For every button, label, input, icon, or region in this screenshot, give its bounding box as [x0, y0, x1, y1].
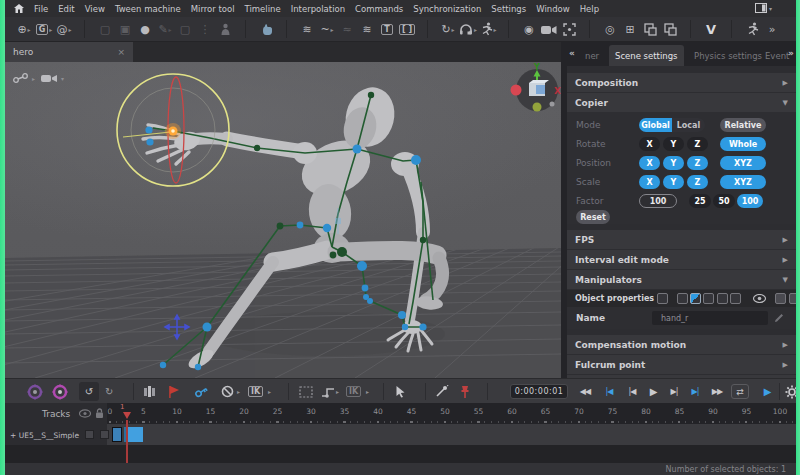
rotate-x-button[interactable]: X [639, 137, 660, 151]
hand-icon[interactable] [257, 19, 275, 39]
next-key-button[interactable]: ▶| [685, 383, 705, 399]
fast-forward-button[interactable]: ▶▶ [707, 383, 727, 399]
rotate-z-button[interactable]: Z [687, 137, 708, 151]
loop-playback-button[interactable]: ⇄ [731, 384, 749, 399]
chevron-right-icon[interactable]: ▸ [236, 382, 240, 401]
runner-icon[interactable]: ▸ [479, 19, 497, 39]
brackets-icon[interactable]: [ ] [398, 19, 416, 39]
dots-tool-icon[interactable]: ⋮ [196, 19, 214, 39]
section-compensation-motion[interactable]: Compensation motion▶ [561, 335, 796, 354]
name-input[interactable]: hand_r [652, 311, 768, 325]
key-icon[interactable] [194, 382, 209, 401]
objprop-icon-7[interactable] [775, 293, 786, 304]
tool-a-icon[interactable]: ▢ [96, 19, 114, 39]
tool-b-icon[interactable]: ▣ [116, 19, 134, 39]
timeline-empty-area[interactable] [5, 445, 796, 463]
close-icon[interactable]: × [117, 47, 125, 57]
wave-dim-icon[interactable]: ≈ [338, 19, 356, 39]
rig-tool-button[interactable]: ▸ [13, 72, 35, 84]
home-icon[interactable] [14, 4, 24, 13]
prev-frame-button[interactable]: |◀ [622, 383, 642, 399]
chevron-right-icon[interactable]: ▸ [335, 382, 339, 401]
pin-tool-icon[interactable] [435, 382, 449, 401]
person-icon[interactable] [216, 19, 234, 39]
objprop-icon-3-active[interactable] [690, 293, 701, 304]
window-layout-icon[interactable]: ▾ [755, 3, 772, 13]
grid-box-icon[interactable]: ⊞ [621, 19, 639, 39]
section-manipulators[interactable]: Manipulators▼ [561, 270, 796, 289]
menu-item-interpolation[interactable]: Interpolation [291, 4, 345, 14]
overflow-icon[interactable]: » [763, 19, 781, 39]
menu-item-synchronization[interactable]: Synchronization [413, 4, 481, 14]
tween-machine-icon[interactable]: ≋ [298, 19, 316, 39]
ik-mode-button[interactable]: IK [248, 382, 263, 401]
eye-icon[interactable] [79, 409, 91, 418]
text-tool-icon[interactable]: T [378, 19, 396, 39]
copy-a-icon[interactable] [641, 19, 659, 39]
rotate-y-button[interactable]: Y [663, 137, 684, 151]
menu-item-help[interactable]: Help [580, 4, 599, 14]
flag-icon[interactable] [168, 382, 180, 401]
menu-item-settings[interactable]: Settings [491, 4, 526, 14]
objprop-icon-8[interactable] [789, 293, 796, 304]
clip-selected[interactable] [112, 427, 122, 442]
mode-local-button[interactable]: Local [672, 118, 705, 132]
interpolation-curve-icon[interactable] [321, 382, 335, 401]
pushpin-red-icon[interactable] [459, 382, 471, 401]
pencil-icon[interactable]: ✎▸ [156, 19, 174, 39]
menu-item-file[interactable]: File [34, 4, 48, 14]
track-toggle-1[interactable] [85, 430, 94, 439]
headset-icon[interactable]: ▸ [459, 19, 477, 39]
spiral2-icon[interactable]: ◎ [601, 19, 619, 39]
section-fps[interactable]: FPS▶ [561, 230, 796, 249]
rotate-tool-icon[interactable]: ↻▸ [439, 19, 457, 39]
track-toggle-2[interactable] [100, 430, 109, 439]
autoposing-mode-icon[interactable] [27, 382, 43, 401]
timecode-display[interactable]: 0:00:00:01 [510, 384, 568, 399]
circle-dot-icon[interactable]: ◉ [520, 19, 538, 39]
chevron-right-icon[interactable]: ▸ [365, 382, 369, 401]
factor-input[interactable]: 100 [639, 194, 677, 208]
loop-interval-button[interactable]: ↺ [79, 382, 99, 401]
ik-secondary-button[interactable]: IK [346, 382, 361, 401]
cursor-icon[interactable] [395, 382, 406, 401]
ghost-select-icon[interactable] [299, 382, 313, 401]
scale-y-button[interactable]: Y [663, 175, 684, 189]
eye-icon[interactable] [753, 294, 766, 303]
menu-item-window[interactable]: Window [536, 4, 570, 14]
next-frame-button[interactable]: ▶| [664, 383, 684, 399]
viewport-3d[interactable]: ▸ ▾ [5, 62, 561, 378]
tween-spiral-icon[interactable]: @▸ [55, 19, 73, 39]
viewport-tab-hero[interactable]: hero × [5, 42, 133, 62]
autoposing-icon[interactable]: ⊕▸ [15, 19, 33, 39]
scale-xyz-button[interactable]: XYZ [720, 175, 766, 189]
camera-icon[interactable] [540, 19, 558, 39]
objprop-icon-2[interactable] [677, 293, 688, 304]
scale-z-button[interactable]: Z [687, 175, 708, 189]
menu-item-view[interactable]: View [85, 4, 105, 14]
factor-25-button[interactable]: 25 [689, 194, 711, 208]
menu-item-timeline[interactable]: Timeline [245, 4, 281, 14]
tabs-overflow-left[interactable]: « [569, 48, 575, 58]
frame-tool-icon[interactable]: ▢ [176, 19, 194, 39]
lock-icon[interactable] [95, 408, 104, 419]
scale-x-button[interactable]: X [639, 175, 660, 189]
timeline-ruler[interactable]: 0510152025303540455055606570758085909510… [107, 403, 796, 424]
position-x-button[interactable]: X [639, 156, 660, 170]
objprop-icon-5[interactable] [717, 293, 728, 304]
position-y-button[interactable]: Y [663, 156, 684, 170]
tabs-overflow-right[interactable]: » [788, 48, 794, 58]
reset-button[interactable]: Reset [576, 210, 610, 224]
objprop-icon-4[interactable] [703, 293, 714, 304]
menu-item-edit[interactable]: Edit [58, 4, 74, 14]
loop-dashed-button[interactable]: ↻ [105, 382, 113, 401]
play-button[interactable]: ▶ [643, 383, 663, 399]
mode-global-button[interactable]: Global [639, 118, 672, 132]
position-z-button[interactable]: Z [687, 156, 708, 170]
rewind-button[interactable]: ◀◀ [575, 383, 595, 399]
copy-b-icon[interactable] [661, 19, 679, 39]
tab-scene-settings[interactable]: Scene settings [609, 45, 684, 66]
section-interval-edit-mode[interactable]: Interval edit mode▶ [561, 250, 796, 269]
point-dot-icon[interactable]: ● [136, 19, 154, 39]
retime-icon[interactable]: ≋ [358, 19, 376, 39]
